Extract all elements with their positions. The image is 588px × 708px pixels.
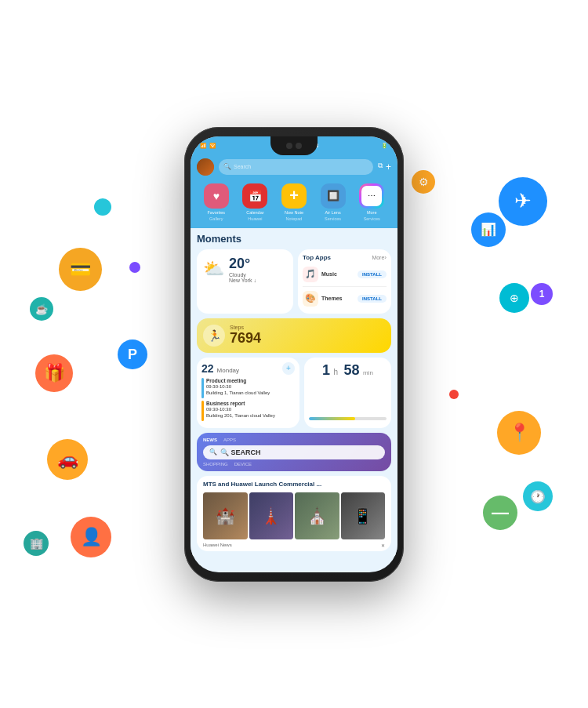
steps-count: 7694 bbox=[230, 330, 261, 347]
timer-display: 1 h 58 min bbox=[309, 362, 387, 379]
clock-symbol: 🕐 bbox=[530, 489, 546, 504]
timer-h-unit: h bbox=[333, 368, 338, 376]
gift-symbol: 🎁 bbox=[44, 363, 65, 383]
search-actions[interactable]: ⧉ + bbox=[378, 162, 391, 172]
chart-icon: 📊 bbox=[471, 212, 506, 247]
circle-symbol: ⊕ bbox=[510, 292, 519, 304]
wallet-icon: 💳 bbox=[59, 248, 102, 291]
search-box[interactable]: 🔍 🔍 SEARCH bbox=[203, 445, 385, 459]
user-avatar[interactable] bbox=[197, 158, 214, 176]
location-symbol: 📍 bbox=[509, 423, 530, 443]
tab-news[interactable]: NEWS bbox=[203, 438, 217, 442]
cal-day: Monday bbox=[217, 367, 239, 374]
themes-install-btn[interactable]: INSTALL bbox=[358, 295, 387, 303]
more-sub: Services bbox=[364, 216, 380, 222]
calendar-widget[interactable]: 22 Monday + Product meeting 09:30-10:30 … bbox=[197, 358, 299, 428]
news-img-4: 📱 bbox=[341, 492, 386, 539]
cal-add-btn[interactable]: + bbox=[282, 362, 295, 375]
signal-icon: 📶 bbox=[200, 143, 207, 149]
scan-icon[interactable]: ⧉ bbox=[378, 162, 383, 172]
top-apps-title: Top Apps bbox=[303, 254, 331, 261]
plane-symbol: ✈ bbox=[514, 189, 532, 213]
search-widget[interactable]: NEWS APPS 🔍 🔍 SEARCH SHOPPING DEVICE bbox=[197, 433, 391, 471]
airlens-label: Air Lens bbox=[325, 210, 340, 216]
news-headline: MTS and Huawei Launch Commercial ... bbox=[197, 476, 391, 492]
app-more[interactable]: ⋯ More Services bbox=[359, 183, 384, 222]
teal-small-icon bbox=[94, 198, 111, 216]
top-widgets-row: ⛅ 20° Cloudy New York ↓ Top Apps bbox=[197, 249, 391, 314]
calendar-app-label: Calendar bbox=[246, 210, 263, 216]
gift-icon: 🎁 bbox=[35, 354, 73, 392]
add-icon[interactable]: + bbox=[386, 162, 391, 172]
search-placeholder: Search bbox=[234, 164, 251, 169]
event-1-details: Product meeting 09:30-10:30 Building 1, … bbox=[206, 378, 270, 397]
status-right: 🔋 bbox=[381, 143, 388, 149]
news-close-icon[interactable]: ✕ bbox=[381, 543, 385, 548]
event-2-details: Business report 09:30-10:30 Building 201… bbox=[206, 401, 275, 419]
news-img-2: 🗼 bbox=[249, 492, 294, 539]
person-icon: 👤 bbox=[71, 517, 111, 557]
search-bottom-tabs[interactable]: SHOPPING DEVICE bbox=[203, 462, 385, 467]
gear-symbol: ⚙ bbox=[419, 176, 429, 188]
timer-m-unit: min bbox=[363, 369, 373, 376]
weather-location: New York ↓ bbox=[229, 278, 256, 283]
cal-date: 22 bbox=[201, 362, 214, 375]
music-install-btn[interactable]: INSTALL bbox=[358, 270, 387, 278]
minus-symbol: — bbox=[492, 503, 509, 523]
tab-apps[interactable]: APPS bbox=[223, 438, 236, 442]
timer-widget[interactable]: 1 h 58 min bbox=[304, 358, 391, 428]
search-tabs[interactable]: NEWS APPS bbox=[203, 438, 385, 442]
news-img-1: 🏰 bbox=[203, 492, 248, 539]
selfie-camera bbox=[296, 143, 302, 149]
clock-icon: 🕐 bbox=[523, 481, 553, 511]
steps-icon: 🏃 bbox=[203, 325, 225, 347]
parking-icon: P bbox=[118, 339, 147, 369]
tab-device[interactable]: DEVICE bbox=[234, 462, 252, 467]
runner-icon: 🏃 bbox=[208, 329, 221, 342]
more-button[interactable]: More › bbox=[372, 254, 387, 261]
chart-symbol: 📊 bbox=[481, 222, 496, 237]
search-bar[interactable]: 🔍 Search ⧉ + bbox=[191, 155, 397, 180]
airlens-icon: 🔲 bbox=[327, 190, 339, 202]
search-input[interactable]: 🔍 Search bbox=[219, 159, 373, 175]
event-bar-2 bbox=[201, 401, 204, 421]
search-box-text: 🔍 SEARCH bbox=[220, 448, 261, 456]
favorites-label: Favorites bbox=[207, 210, 225, 216]
app-nownote[interactable]: + Now Note Notepad bbox=[281, 183, 307, 222]
app-airlens[interactable]: 🔲 Air Lens Services bbox=[321, 183, 346, 222]
themes-name: Themes bbox=[321, 296, 342, 301]
battery-icon: 🔋 bbox=[381, 143, 388, 149]
news-images: 🏰 🗼 ⛪ bbox=[197, 492, 391, 539]
cal-event-1: Product meeting 09:30-10:30 Building 1, … bbox=[201, 378, 295, 398]
search-icon: 🔍 bbox=[223, 163, 231, 170]
more-label: More bbox=[367, 210, 377, 216]
news-widget[interactable]: MTS and Huawei Launch Commercial ... 🏰 🗼 bbox=[197, 476, 391, 551]
moments-title: Moments bbox=[197, 233, 391, 245]
news-source: Huawei News bbox=[203, 543, 232, 548]
car-symbol: 🚗 bbox=[57, 449, 78, 470]
news-footer: Huawei News ✕ bbox=[197, 539, 391, 551]
app-icons-row: ♥ Favorites Gallery 📅 Calendar Huawei + … bbox=[191, 180, 397, 228]
phone-device: 📶 🛜 08:08 🔋 🔍 Search ⧉ bbox=[184, 127, 404, 582]
gear-icon: ⚙ bbox=[412, 170, 435, 194]
more-text: More bbox=[372, 255, 384, 260]
cal-timer-row: 22 Monday + Product meeting 09:30-10:30 … bbox=[197, 358, 391, 428]
building-icon: 🏢 bbox=[24, 531, 49, 556]
app-calendar[interactable]: 📅 Calendar Huawei bbox=[242, 183, 267, 222]
search-box-icon: 🔍 bbox=[209, 448, 217, 456]
weather-widget[interactable]: ⛅ 20° Cloudy New York ↓ bbox=[197, 249, 293, 314]
tab-shopping[interactable]: SHOPPING bbox=[203, 462, 228, 467]
airlens-sub: Services bbox=[325, 216, 341, 222]
app-favorites[interactable]: ♥ Favorites Gallery bbox=[204, 183, 229, 222]
music-app-row[interactable]: 🎵 Music INSTALL bbox=[303, 264, 387, 285]
favorites-sub: Gallery bbox=[209, 216, 223, 222]
coffee-icon: ☕ bbox=[30, 297, 53, 321]
top-apps-widget[interactable]: Top Apps More › 🎵 Music bbox=[298, 249, 391, 314]
weather-temp: 20° bbox=[229, 256, 256, 272]
steps-widget[interactable]: 🏃 Steps 7694 bbox=[197, 318, 391, 353]
themes-app-row[interactable]: 🎨 Themes INSTALL bbox=[303, 289, 387, 309]
wallet-symbol: 💳 bbox=[70, 260, 91, 280]
person-symbol: 👤 bbox=[81, 527, 102, 547]
purple-num-symbol: 1 bbox=[539, 289, 545, 300]
purple-badge: 1 bbox=[531, 283, 553, 305]
